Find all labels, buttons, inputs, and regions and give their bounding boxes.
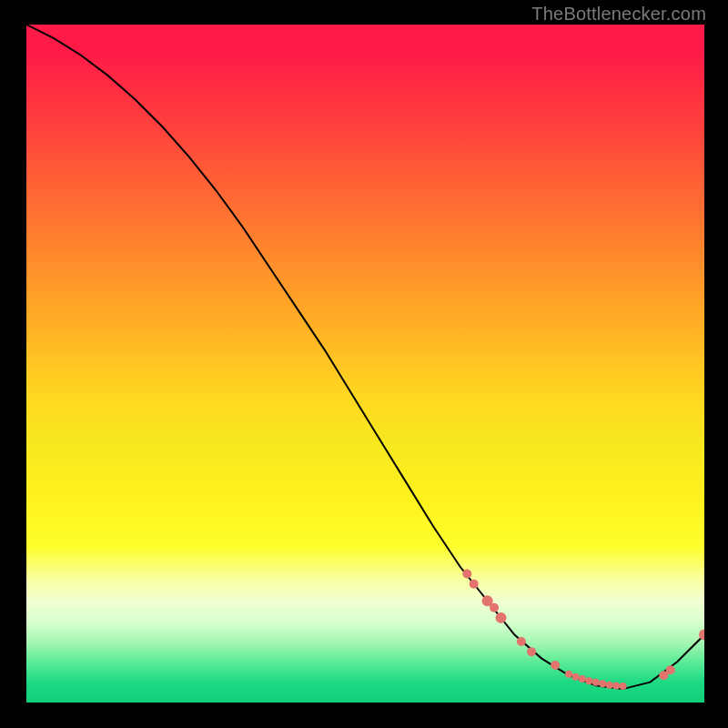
data-point: [585, 677, 592, 684]
curve-line: [26, 25, 704, 689]
data-point: [592, 679, 600, 686]
data-point: [470, 580, 479, 589]
data-point: [551, 661, 560, 670]
data-point: [620, 682, 627, 690]
data-point: [579, 675, 586, 682]
data-point: [666, 665, 675, 674]
data-point: [496, 612, 507, 623]
data-point: [527, 647, 536, 656]
data-point: [565, 671, 572, 678]
data-point: [462, 569, 471, 578]
data-point: [490, 603, 499, 612]
chart-stage: TheBottlenecker.com: [0, 0, 728, 728]
watermark-label: TheBottlenecker.com: [531, 4, 706, 25]
data-point: [606, 682, 613, 689]
data-point: [571, 673, 579, 681]
data-point: [517, 637, 526, 646]
plot-svg: [26, 25, 704, 703]
plot-area: [26, 25, 704, 703]
data-point: [612, 682, 620, 689]
data-point: [599, 680, 606, 687]
